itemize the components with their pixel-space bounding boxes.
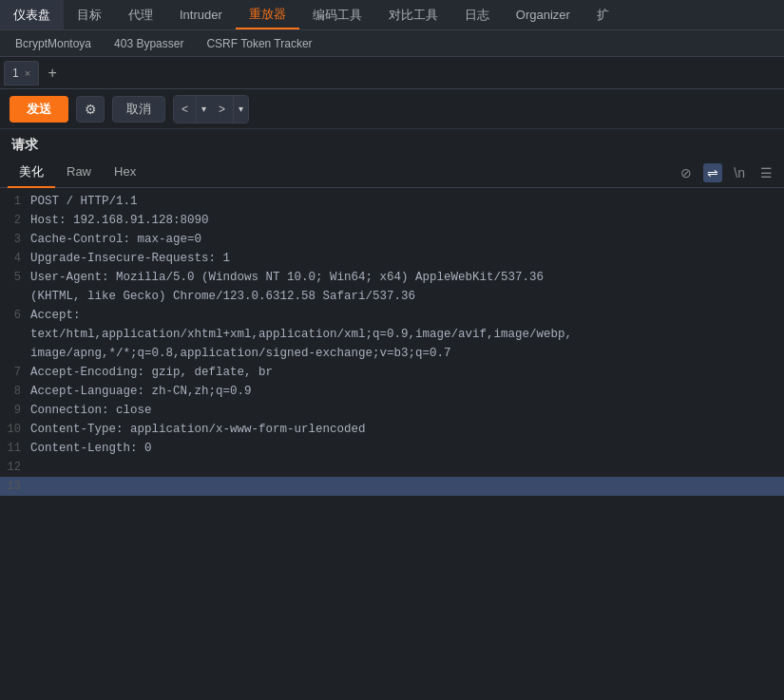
toolbar: 发送 ⚙ 取消 < ▾ > ▾: [0, 89, 784, 129]
menu-icon[interactable]: ☰: [756, 163, 776, 182]
table-row: 13: [0, 477, 784, 496]
nav-item-repeater[interactable]: 重放器: [236, 0, 299, 29]
line-number: 10: [0, 420, 30, 439]
table-row: 11Content-Length: 0: [0, 439, 784, 458]
tab-add-button[interactable]: +: [41, 62, 64, 85]
line-number: 11: [0, 439, 30, 458]
nav-item-intruder[interactable]: Intruder: [166, 0, 236, 29]
line-number: 6: [0, 306, 30, 325]
line-content: User-Agent: Mozilla/5.0 (Windows NT 10.0…: [30, 268, 784, 306]
ext-bcrypt[interactable]: BcryptMontoya: [4, 30, 103, 56]
line-number: 2: [0, 211, 30, 230]
tab-1[interactable]: 1 ×: [4, 61, 39, 85]
table-row: 10Content-Type: application/x-www-form-u…: [0, 420, 784, 439]
table-row: 7Accept-Encoding: gzip, deflate, br: [0, 363, 784, 382]
eye-slash-icon[interactable]: ⊘: [677, 163, 696, 182]
settings-button[interactable]: ⚙: [76, 96, 105, 123]
line-content: Connection: close: [30, 401, 784, 420]
top-nav: 仪表盘 目标 代理 Intruder 重放器 编码工具 对比工具 日志 Orga…: [0, 0, 784, 30]
line-content: Host: 192.168.91.128:8090: [30, 211, 784, 230]
tab-1-label: 1: [12, 66, 19, 80]
tab-beautify[interactable]: 美化: [8, 158, 55, 188]
table-row: 6Accept: text/html,application/xhtml+xml…: [0, 306, 784, 363]
table-row: 9Connection: close: [0, 401, 784, 420]
nav-item-target[interactable]: 目标: [64, 0, 115, 29]
line-number: 5: [0, 268, 30, 287]
request-section: 请求 美化 Raw Hex ⊘ ⇌ \n ☰ 1POST / HTTP/1.12…: [0, 129, 784, 500]
line-content: Accept-Encoding: gzip, deflate, br: [30, 363, 784, 382]
prev-button[interactable]: <: [174, 96, 196, 123]
sub-tabs-left: 美化 Raw Hex: [8, 158, 147, 188]
sub-tabs-right: ⊘ ⇌ \n ☰: [677, 163, 776, 182]
tab-bar: 1 × +: [0, 57, 784, 89]
nav-item-more[interactable]: 扩: [583, 0, 622, 29]
request-label: 请求: [0, 129, 784, 158]
nav-item-dashboard[interactable]: 仪表盘: [0, 0, 64, 29]
nav-item-log[interactable]: 日志: [451, 0, 503, 29]
request-sub-tabs: 美化 Raw Hex ⊘ ⇌ \n ☰: [0, 158, 784, 188]
line-number: 1: [0, 192, 30, 211]
ext-csrf[interactable]: CSRF Token Tracker: [195, 30, 323, 56]
table-row: 12: [0, 458, 784, 477]
tab-hex[interactable]: Hex: [103, 158, 147, 188]
line-number: 4: [0, 249, 30, 268]
table-row: 2Host: 192.168.91.128:8090: [0, 211, 784, 230]
line-number: 3: [0, 230, 30, 249]
table-row: 1POST / HTTP/1.1: [0, 192, 784, 211]
line-content: Content-Length: 0: [30, 439, 784, 458]
ext-nav: BcryptMontoya 403 Bypasser CSRF Token Tr…: [0, 30, 784, 57]
line-content: Accept-Language: zh-CN,zh;q=0.9: [30, 382, 784, 401]
nav-item-organizer[interactable]: Organizer: [503, 0, 583, 29]
line-content: POST / HTTP/1.1: [30, 192, 784, 211]
line-number: 7: [0, 363, 30, 382]
line-number: 13: [0, 477, 30, 496]
table-row: 5User-Agent: Mozilla/5.0 (Windows NT 10.…: [0, 268, 784, 306]
send-button[interactable]: 发送: [10, 96, 68, 123]
line-number: 9: [0, 401, 30, 420]
next-drop-button[interactable]: ▾: [233, 96, 248, 123]
prev-drop-button[interactable]: ▾: [196, 96, 211, 123]
code-area[interactable]: 1POST / HTTP/1.12Host: 192.168.91.128:80…: [0, 188, 784, 500]
prev-next-group: < ▾ > ▾: [173, 95, 249, 123]
next-button[interactable]: >: [211, 96, 233, 123]
line-number: 12: [0, 458, 30, 477]
line-content: Upgrade-Insecure-Requests: 1: [30, 249, 784, 268]
table-row: 4Upgrade-Insecure-Requests: 1: [0, 249, 784, 268]
nav-item-encoder[interactable]: 编码工具: [299, 0, 375, 29]
nav-item-proxy[interactable]: 代理: [115, 0, 166, 29]
table-row: 3Cache-Control: max-age=0: [0, 230, 784, 249]
newline-icon[interactable]: \n: [730, 163, 749, 182]
line-content: Accept: text/html,application/xhtml+xml,…: [30, 306, 784, 363]
cancel-button[interactable]: 取消: [112, 96, 165, 123]
line-number: 8: [0, 382, 30, 401]
tab-raw[interactable]: Raw: [55, 158, 103, 188]
wrap-icon[interactable]: ⇌: [703, 163, 722, 182]
line-content: Content-Type: application/x-www-form-url…: [30, 420, 784, 439]
tab-1-close[interactable]: ×: [25, 67, 30, 79]
line-content: Cache-Control: max-age=0: [30, 230, 784, 249]
table-row: 8Accept-Language: zh-CN,zh;q=0.9: [0, 382, 784, 401]
nav-item-compare[interactable]: 对比工具: [375, 0, 451, 29]
ext-403[interactable]: 403 Bypasser: [103, 30, 195, 56]
